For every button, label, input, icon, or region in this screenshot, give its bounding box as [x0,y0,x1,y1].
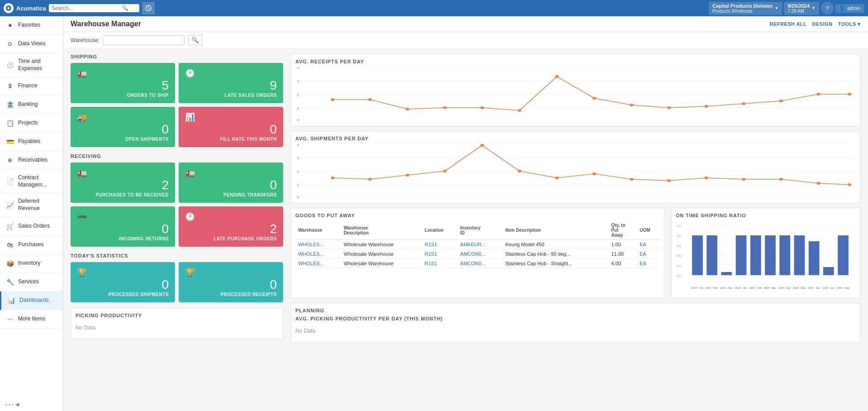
location-link[interactable]: R1S1 [425,242,437,247]
body-wrap: ★ Favorites ⊙ Data Views 🕐 Time and Expe… [0,16,868,411]
banking-icon: 🏦 [5,100,14,109]
sidebar-label-contract-mgmt: Contract Managem... [18,174,57,188]
inventory-link[interactable]: AMKEUR... [460,242,485,247]
sidebar-item-time-expenses[interactable]: 🕐 Time and Expenses [0,53,63,77]
help-button[interactable]: ? [821,2,834,14]
svg-point-51 [848,183,851,186]
processed-receipts-tile[interactable]: 🏆 0 PROCESSED RECEIPTS [179,262,283,302]
inventory-link[interactable]: AMCON0... [460,261,485,266]
svg-rect-66 [707,235,717,275]
svg-point-13 [368,98,372,101]
user-info[interactable]: 👤 admin [835,4,864,13]
sidebar-label-more-items: More Items [18,315,45,323]
sidebar-item-finance[interactable]: $ Finance [0,77,63,96]
processed-shipments-tile[interactable]: 🏆 0 PROCESSED SHIPMENTS [71,262,175,302]
warehouse-link[interactable]: WHOLES... [298,251,324,257]
datetime-chevron-icon: ▼ [811,6,816,10]
sidebar-item-favorites[interactable]: ★ Favorites [0,16,63,35]
sidebar-label-projects: Projects [18,119,38,127]
avg-shipments-svg: 4 3 2 1 0 [295,144,856,198]
sidebar-label-deferred-revenue: Deferred Revenue [18,198,57,212]
fill-rate-label: FILL RATE THIS MONTH [185,137,277,142]
sidebar-item-banking[interactable]: 🏦 Banking [0,96,63,114]
search-icon: 🔍 [122,5,128,11]
user-icon: 👤 [839,5,845,11]
sidebar-item-projects[interactable]: 📋 Projects [0,114,63,133]
planning-header: PLANNING [295,308,856,313]
sidebar-label-dashboards: Dashboards [19,297,49,304]
pending-transfers-tile[interactable]: 🚛 0 PENDING TRANSFERS [179,162,283,203]
uom-link[interactable]: EA [640,242,646,247]
goods-to-put-away-section: GOODS TO PUT AWAY Warehouse WarehouseDes… [290,208,665,298]
svg-text:3: 3 [297,79,299,83]
svg-text:0.8: 0.8 [677,244,681,248]
sidebar-item-payables[interactable]: 💳 Payables [0,133,63,151]
warehouse-search-button[interactable]: 🔍 [188,35,202,45]
sidebar-item-contract-mgmt[interactable]: 📄 Contract Managem... [0,170,63,193]
svg-point-38 [368,178,372,181]
sidebar-item-receivables[interactable]: ⊕ Receivables [0,151,63,170]
inventory-link[interactable]: AMCON0... [460,251,485,257]
svg-text:4: 4 [297,67,300,70]
clock-icon: 🕐 [185,68,277,78]
svg-text:0: 0 [297,118,299,121]
cell-location: R1S1 [422,240,458,249]
warehouse-link[interactable]: WHOLES... [298,242,324,247]
svg-point-25 [816,93,820,96]
uom-link[interactable]: EA [640,251,646,257]
col-warehouse-desc: WarehouseDescription [341,221,422,240]
shipping-section-header: SHIPPING [71,54,283,59]
history-button[interactable] [142,2,155,14]
search-box: 🔍 [49,4,139,12]
pending-transfers-icon: 🚛 [185,168,277,178]
today-stats-tiles: 🏆 0 PROCESSED SHIPMENTS 🏆 0 PROCESSED RE… [71,262,283,302]
app-logo[interactable]: Acumatica [4,3,46,13]
avg-receipts-svg: 4 3 2 1 0 [295,67,856,121]
cell-warehouse: WHOLES... [295,240,341,249]
sidebar-item-sales-orders[interactable]: 🛒 Sales Orders [0,217,63,236]
content-toolbar: Warehouse Manager REFRESH ALL DESIGN TOO… [63,16,868,32]
warehouse-input[interactable] [103,35,185,45]
picking-productivity-section: PICKING PRODUCTIVITY No Data [71,308,283,339]
sidebar-item-data-views[interactable]: ⊙ Data Views [0,35,63,53]
collapse-arrow-icon: ◀ [15,401,19,407]
sidebar-item-purchases[interactable]: 🛍 Purchases [0,236,63,254]
on-time-bar-chart: 1.2 1.0 0.8 0.6 0.4 0.2 2023 - Oct [676,221,856,293]
location-link[interactable]: R1S1 [425,261,437,266]
company-info[interactable]: Capital Products Division Products Whole… [709,2,782,15]
goods-title: GOODS TO PUT AWAY [295,213,660,218]
sidebar-item-dashboards[interactable]: 📊 Dashboards [0,292,63,310]
main-content: Warehouse Manager REFRESH ALL DESIGN TOO… [63,16,868,411]
tools-button[interactable]: TOOLS ▾ [838,21,861,27]
svg-text:1.2: 1.2 [677,225,681,228]
top-navigation: Acumatica 🔍 Capital Products Division Pr… [0,0,868,16]
sidebar: ★ Favorites ⊙ Data Views 🕐 Time and Expe… [0,16,63,411]
sidebar-label-sales-orders: Sales Orders [18,223,50,230]
orders-to-ship-tile[interactable]: 🚛 5 ORDERS TO SHIP [71,63,175,103]
datetime-info[interactable]: 9/25/2024 7:39 AM ▼ [784,2,819,15]
fill-rate-tile[interactable]: 📊 0 FILL RATE THIS MONTH [179,107,283,147]
sidebar-collapse-btn[interactable]: • • • ◀ [0,398,63,411]
svg-text:2: 2 [297,170,299,174]
sidebar-item-services[interactable]: 🔧 Services [0,273,63,292]
warehouse-link[interactable]: WHOLES... [298,261,324,266]
open-shipments-tile[interactable]: 🚚 0 OPEN SHIPMENTS [71,107,175,147]
svg-rect-76 [779,235,790,275]
purchases-to-receive-tile[interactable]: 🚛 2 PURCHASES TO BE RECEIVED [71,162,175,203]
search-input[interactable] [52,5,122,11]
uom-link[interactable]: EA [640,261,646,266]
payables-icon: 💳 [5,137,14,146]
design-button[interactable]: DESIGN [812,21,833,27]
sidebar-item-more-items[interactable]: ⋯ More Items [0,310,63,329]
sidebar-label-data-views: Data Views [18,40,45,48]
cell-warehouse-desc: Wholesale Warehouse [341,240,422,249]
incoming-returns-tile[interactable]: ➖ 0 INCOMING RETURNS [71,206,175,247]
sidebar-item-deferred-revenue[interactable]: 📈 Deferred Revenue [0,193,63,217]
svg-point-17 [517,109,521,112]
sidebar-item-inventory[interactable]: 📦 Inventory [0,254,63,273]
location-link[interactable]: R1S1 [425,251,437,257]
late-sales-orders-tile[interactable]: 🕐 9 LATE SALES ORDERS [179,63,283,103]
late-purchase-orders-tile[interactable]: 🕐 2 LATE PURCHASE ORDERS [179,206,283,247]
refresh-all-button[interactable]: REFRESH ALL [769,21,806,27]
planning-section: PLANNING AVG. PICKING PRODUCTIVITY PER D… [290,303,861,343]
